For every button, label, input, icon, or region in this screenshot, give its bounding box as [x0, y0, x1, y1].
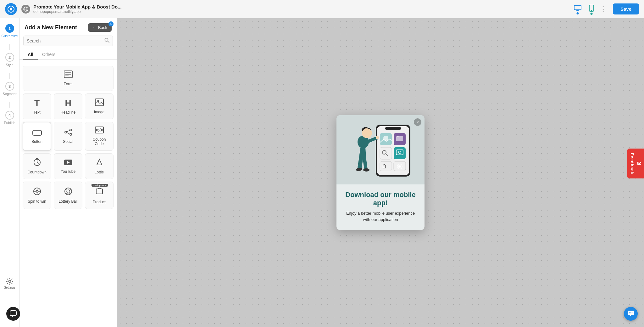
popup-content: Download our mobile app! Enjoy a better … [336, 184, 425, 230]
site-info: Promote Your Mobile App & Boost Do... de… [33, 4, 572, 14]
element-spin-to-win[interactable]: Spin to win [23, 182, 51, 209]
social-icon [64, 129, 72, 138]
svg-line-24 [67, 132, 70, 134]
popup-subtitle: Enjoy a better mobile user experience wi… [342, 210, 419, 223]
button-label: Button [31, 139, 42, 144]
element-text[interactable]: T Text [23, 93, 51, 119]
svg-rect-51 [394, 147, 406, 159]
social-label: Social [63, 139, 73, 144]
search-input[interactable] [27, 38, 104, 43]
step-4-label: Publish [4, 121, 15, 125]
svg-point-22 [70, 133, 72, 135]
element-form[interactable]: Form [23, 66, 114, 91]
canvas-area: × [117, 18, 644, 327]
chat-button[interactable] [6, 307, 20, 321]
svg-line-23 [67, 130, 70, 132]
element-product[interactable]: coming soon Product [85, 182, 114, 209]
step-3-circle: 3 [5, 82, 14, 91]
popup-card: × [336, 115, 425, 230]
step-customize[interactable]: 1 Customize [0, 21, 19, 40]
image-label: Image [94, 110, 104, 114]
step-publish[interactable]: 4 Publish [0, 108, 19, 127]
form-icon [64, 70, 73, 80]
site-title: Promote Your Mobile App & Boost Do... [33, 4, 572, 9]
element-image[interactable]: Image [85, 93, 114, 119]
support-chat-button[interactable] [624, 307, 638, 321]
svg-point-9 [591, 10, 592, 11]
popup-close-button[interactable]: × [414, 118, 421, 126]
lottery-ball-icon [64, 187, 72, 197]
svg-point-27 [101, 129, 103, 131]
svg-point-1 [10, 8, 12, 10]
svg-point-26 [96, 129, 97, 131]
element-countdown[interactable]: Countdown [23, 153, 51, 179]
product-icon [95, 186, 103, 195]
svg-rect-17 [95, 99, 103, 106]
step-segment[interactable]: 3 Segment [0, 79, 19, 98]
svg-point-10 [8, 280, 11, 283]
form-label: Form [64, 82, 73, 86]
button-icon [32, 129, 42, 138]
svg-rect-44 [96, 189, 103, 194]
spin-icon [33, 187, 41, 197]
lottery-ball-label: Lottery Ball [58, 199, 77, 204]
coupon-label: Coupon Code [88, 137, 111, 146]
element-headline[interactable]: H Headline [54, 93, 82, 119]
popup-title: Download our mobile app! [342, 191, 419, 207]
settings-button[interactable]: Settings [4, 278, 15, 289]
step-1-label: Customize [2, 34, 18, 38]
svg-point-69 [363, 168, 369, 172]
save-button[interactable]: Save [613, 3, 639, 14]
popup-image [336, 115, 425, 184]
panel-title: Add a New Element [25, 24, 77, 31]
back-arrow: ← [92, 25, 97, 30]
svg-point-37 [36, 190, 38, 192]
element-lottery-ball[interactable]: Lottery Ball [54, 182, 82, 209]
element-panel: Add a New Element ← Back 1 All Others Fo… [19, 18, 117, 327]
settings-label: Settings [4, 286, 15, 289]
product-label: Product [93, 200, 106, 204]
step-divider-2 [9, 73, 10, 79]
more-options-button[interactable]: ⋮ [600, 5, 607, 13]
youtube-icon [64, 159, 73, 167]
search-bar [23, 36, 113, 46]
tab-others[interactable]: Others [38, 49, 60, 60]
step-divider-3 [9, 102, 10, 108]
element-youtube[interactable]: YouTube [54, 153, 82, 179]
notification-badge: 1 [108, 21, 114, 26]
element-coupon-code[interactable]: Coupon Code [85, 122, 114, 151]
step-4-circle: 4 [5, 111, 14, 120]
desktop-active-dot [576, 12, 579, 14]
back-button[interactable]: ← Back 1 [88, 23, 112, 32]
svg-point-21 [65, 131, 67, 133]
element-lottie[interactable]: Lottie [85, 153, 114, 179]
svg-line-28 [98, 129, 101, 131]
svg-point-71 [629, 313, 630, 313]
search-icon [104, 38, 109, 44]
lottie-label: Lottie [95, 170, 104, 174]
tab-all[interactable]: All [23, 49, 38, 60]
headline-label: Headline [61, 110, 75, 115]
app-logo[interactable] [5, 3, 17, 15]
lottie-icon [96, 158, 103, 168]
element-button[interactable]: Button [23, 122, 51, 151]
desktop-view-button[interactable] [572, 3, 583, 15]
image-icon [95, 99, 104, 108]
element-tabs: All Others [19, 49, 117, 60]
step-style[interactable]: 2 Style [0, 50, 19, 69]
steps-sidebar: 1 Customize 2 Style 3 Segment 4 Publish … [0, 18, 19, 327]
headline-icon: H [65, 98, 71, 108]
feedback-label: Feedback [630, 153, 635, 174]
svg-rect-47 [385, 127, 401, 130]
countdown-icon [33, 158, 41, 168]
svg-point-43 [67, 190, 70, 193]
svg-rect-5 [574, 5, 581, 10]
feedback-tab[interactable]: ✉ Feedback [627, 149, 644, 179]
mobile-view-button[interactable] [587, 3, 596, 15]
element-social[interactable]: Social [54, 122, 82, 151]
coupon-icon [95, 127, 104, 135]
svg-line-12 [108, 41, 109, 43]
site-url: demopopupsmart.netlify.app [33, 9, 572, 14]
svg-rect-55 [396, 136, 403, 141]
device-switcher: ⋮ [572, 3, 613, 15]
